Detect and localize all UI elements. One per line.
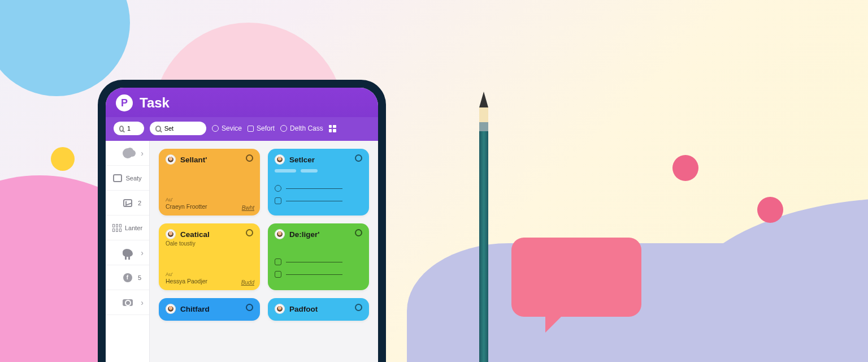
app-body: Seaty 2 Lanter f5 Sellant' Au' Craeyn Fr [106,141,378,362]
avatar-icon [275,154,285,165]
card-sellant[interactable]: Sellant' Au' Craeyn Frootter Bwht [159,149,260,216]
avatar-icon [166,154,176,165]
cloud-icon [123,148,133,158]
card-padfoot[interactable]: Padfoot [268,298,369,321]
placeholder-line [275,169,296,173]
sidebar-count: 2 [138,200,141,206]
card-title: De:liger' [289,230,319,239]
filter-option-delth-cass[interactable]: Delth Cass [280,124,323,132]
placeholder-line [286,262,342,262]
search-icon [155,126,161,132]
avatar-icon [166,304,176,314]
avatar-icon [275,229,285,239]
card-title: Ceatical [180,230,210,239]
app-screen: P Task Sevice Sefort Delth Cass [106,88,378,362]
card-board: Sellant' Au' Craeyn Frootter Bwht Setlce… [150,141,378,362]
card-title: Chitfard [180,305,210,313]
checkbox-icon [275,258,281,265]
search-icon [119,126,124,132]
chart-icon [123,199,132,207]
app-title: Task [140,95,170,111]
card-status-ring-icon[interactable] [355,154,362,162]
checkbox-icon [275,197,281,204]
card-chitfard[interactable]: Chitfard [159,298,260,321]
card-deliger[interactable]: De:liger' [268,223,369,290]
owner-label: Au' [166,272,253,277]
search-pill-1[interactable] [114,122,144,135]
grid-view-icon[interactable] [329,125,336,132]
sidebar-label: Seaty [125,175,141,182]
note-icon [275,271,281,278]
tablet-frame: P Task Sevice Sefort Delth Cass [98,80,386,362]
card-title: Sellant' [180,156,207,164]
owner-label: Au' [166,197,253,202]
checkbox-icon [248,126,254,132]
card-status-ring-icon[interactable] [355,229,362,236]
filter-label: Delth Cass [290,124,323,132]
placeholder-line [301,169,318,173]
bg-dot-pink-2 [757,197,783,223]
filter-option-sefort[interactable]: Sefort [248,124,275,132]
bullet-icon [275,185,281,192]
badge-icon: f [123,273,132,282]
placeholder-line [286,274,342,275]
sidebar: Seaty 2 Lanter f5 [106,141,150,362]
search-input-2[interactable] [164,125,201,132]
card-stamp: Bwht [242,205,254,211]
app-header: P Task [106,88,378,117]
filter-label: Sefort [257,124,275,132]
card-ceatical[interactable]: Ceatical Oale toustiy Au' Hessya Paodjer… [159,223,260,290]
card-stamp: Budd [241,279,254,286]
speech-bubble-illustration [511,238,641,317]
sidebar-item-animal[interactable] [106,240,149,265]
animal-icon [123,249,133,257]
bg-dot-pink-1 [672,155,698,181]
owner-name: Hessya Paodjer [166,278,253,285]
placeholder-line [286,201,342,201]
grid-icon [112,224,121,232]
search-pill-2[interactable] [150,122,206,135]
sidebar-item-badge[interactable]: f5 [106,265,149,290]
card-title: Padfoot [289,305,318,313]
calendar-icon [113,174,122,182]
card-subtitle: Oale toustiy [166,240,253,247]
radio-icon [280,125,287,132]
avatar-icon [275,304,285,314]
card-status-ring-icon[interactable] [246,154,253,162]
bg-dot-yellow [51,147,75,171]
filter-label: Sevice [222,124,242,132]
bg-blob-blue [0,0,130,96]
camera-icon [123,299,133,306]
search-input-1[interactable] [127,125,138,132]
sidebar-item-seaty[interactable]: Seaty [106,166,149,191]
card-status-ring-icon[interactable] [246,229,253,236]
radio-icon [212,125,219,132]
app-logo-icon[interactable]: P [116,94,133,111]
card-status-ring-icon[interactable] [355,304,362,311]
card-setlcer[interactable]: Setlcer [268,149,369,216]
card-title: Setlcer [289,156,315,164]
sidebar-label: Lanter [125,225,142,231]
placeholder-line [286,188,342,189]
avatar-icon [166,229,176,239]
sidebar-item-0[interactable] [106,141,149,166]
sidebar-item-lanter[interactable]: Lanter [106,216,149,240]
card-status-ring-icon[interactable] [246,304,253,311]
owner-name: Craeyn Frootter [166,203,253,210]
pencil-illustration [479,92,488,362]
filter-option-sevice[interactable]: Sevice [212,124,242,132]
filter-bar: Sevice Sefort Delth Cass [106,117,378,141]
sidebar-item-camera[interactable] [106,290,149,315]
sidebar-item-chart[interactable]: 2 [106,191,149,216]
sidebar-count: 5 [138,274,141,281]
